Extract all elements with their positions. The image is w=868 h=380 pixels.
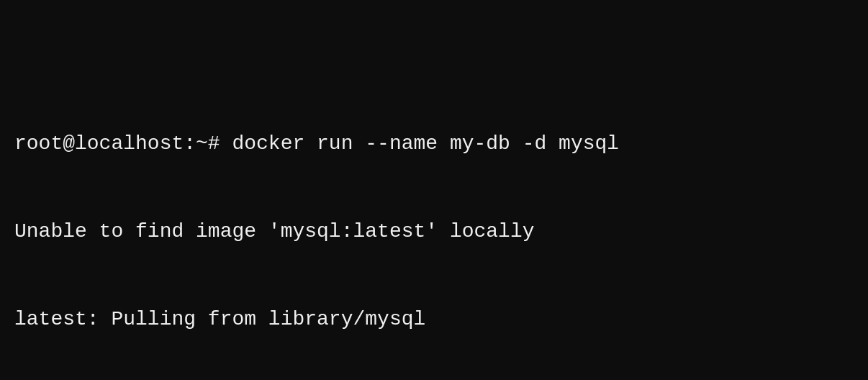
terminal-window[interactable]: root@localhost:~# docker run --name my-d… (0, 0, 868, 380)
terminal-line: Unable to find image 'mysql:latest' loca… (14, 217, 854, 247)
terminal-output: root@localhost:~# docker run --name my-d… (14, 71, 854, 380)
terminal-line: root@localhost:~# docker run --name my-d… (14, 130, 854, 159)
terminal-line: latest: Pulling from library/mysql (14, 305, 854, 335)
